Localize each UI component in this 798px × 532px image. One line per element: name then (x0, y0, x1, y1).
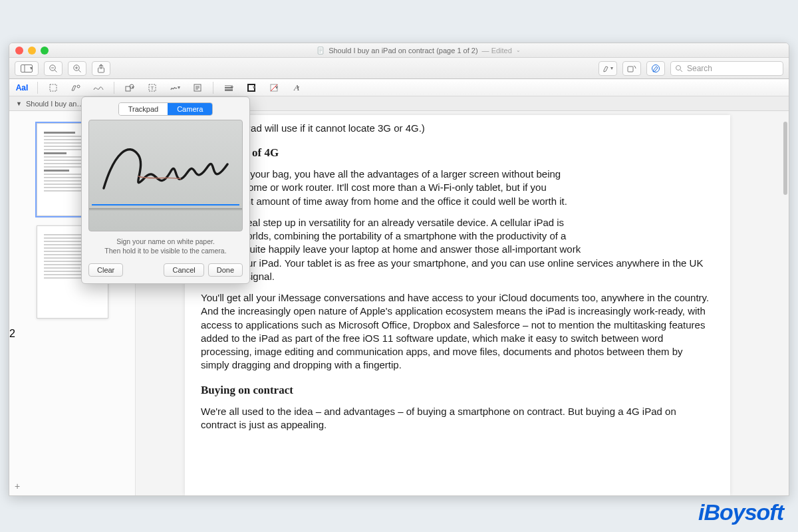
text-style-button[interactable]: AaI (15, 81, 29, 94)
trackpad-tab[interactable]: Trackpad (119, 103, 168, 115)
chevron-down-icon: ▾ (253, 84, 255, 90)
zoom-in-button[interactable] (68, 61, 86, 76)
font-button[interactable]: A▾ (289, 81, 304, 94)
search-icon (675, 65, 683, 72)
svg-point-13 (676, 65, 681, 70)
svg-line-14 (680, 70, 682, 72)
svg-line-5 (55, 70, 57, 72)
signature-baseline (92, 204, 239, 205)
body-text: tion your iPad will use if it cannot loc… (201, 122, 713, 135)
signature-stroke (94, 132, 238, 205)
document-icon (317, 47, 325, 55)
instant-alpha-button[interactable] (68, 81, 83, 94)
highlight-button[interactable]: ▾ (598, 61, 617, 76)
signature-instructions: Sign your name on white paper. Then hold… (82, 231, 249, 261)
sketch-button[interactable] (91, 81, 106, 94)
window-title: Should I buy an iPad on contract (page 1… (49, 47, 789, 55)
body-text: We're all used to the idea – and advanta… (201, 405, 713, 432)
line-weight-button[interactable]: ▾ (221, 81, 236, 94)
watermark-logo: iiBoysoftBoysoft (698, 499, 783, 525)
svg-text:T: T (151, 85, 154, 91)
chevron-down-icon: ▾ (610, 65, 613, 71)
done-button[interactable]: Done (208, 263, 243, 277)
border-color-button[interactable]: ▾ (244, 81, 259, 94)
toolbar: ▾ ▾ Search (9, 58, 789, 79)
camera-tab[interactable]: Camera (168, 103, 212, 115)
signature-popover: Trackpad Camera Sign your name on white … (81, 96, 250, 284)
zoom-window-button[interactable] (41, 47, 49, 55)
chevron-down-icon: ▾ (297, 84, 299, 90)
body-text: e 4G is a real step up in versatility fo… (201, 216, 713, 283)
markup-button[interactable] (646, 61, 665, 76)
share-button[interactable] (92, 61, 110, 76)
markup-toolbar: AaI ▾ T ▾ ▾ ▾ ▾ A▾ (9, 79, 789, 96)
vertical-scrollbar[interactable] (782, 111, 789, 495)
signature-source-segment: Trackpad Camera (82, 97, 249, 120)
edited-indicator: — Edited (482, 47, 512, 55)
sign-button[interactable]: ▾ (168, 81, 182, 94)
rotate-button[interactable] (622, 61, 641, 76)
body-text: You'll get all your iMessage conversatio… (201, 291, 713, 372)
tab-disclosure-icon[interactable]: ▼ (16, 100, 22, 107)
chevron-down-icon: ▾ (30, 65, 33, 71)
chevron-down-icon: ▾ (231, 84, 233, 90)
add-page-button[interactable]: + (15, 481, 20, 491)
heading-buying: Buying on contract (201, 383, 713, 398)
svg-rect-15 (50, 84, 57, 91)
heading-advantages: dvantages of 4G (201, 146, 713, 161)
chevron-down-icon: ▾ (178, 84, 180, 90)
tab-label[interactable]: Should I buy an… (26, 100, 84, 108)
chevron-down-icon: ▾ (132, 84, 134, 90)
titlebar: Should I buy an iPad on contract (page 1… (9, 43, 789, 58)
search-placeholder: Search (687, 64, 712, 73)
selection-tool-button[interactable] (46, 81, 61, 94)
document-title-text: Should I buy an iPad on contract (page 1… (329, 47, 477, 55)
body-text: 4G iPad in your bag, you have all the ad… (201, 168, 713, 208)
window-controls (9, 47, 49, 55)
note-button[interactable] (190, 81, 205, 94)
title-dropdown-chevron-icon[interactable]: ⌄ (516, 47, 521, 53)
fill-color-button[interactable]: ▾ (267, 81, 281, 94)
svg-rect-11 (628, 66, 633, 72)
zoom-out-button[interactable] (44, 61, 63, 76)
sidebar-toggle-button[interactable]: ▾ (15, 61, 39, 76)
text-button[interactable]: T (145, 81, 160, 94)
shapes-button[interactable]: ▾ (122, 81, 137, 94)
svg-line-9 (78, 70, 80, 72)
scroll-thumb[interactable] (783, 122, 787, 195)
chevron-down-icon: ▾ (275, 84, 278, 90)
camera-preview (88, 120, 243, 231)
cancel-button[interactable]: Cancel (164, 263, 203, 277)
minimize-window-button[interactable] (28, 47, 36, 55)
page-number-label: 2 (9, 328, 135, 340)
svg-point-16 (77, 85, 80, 88)
document-page: tion your iPad will use if it cannot loc… (185, 115, 730, 495)
close-window-button[interactable] (15, 47, 23, 55)
search-field[interactable]: Search (670, 61, 783, 76)
clear-button[interactable]: Clear (88, 263, 123, 277)
